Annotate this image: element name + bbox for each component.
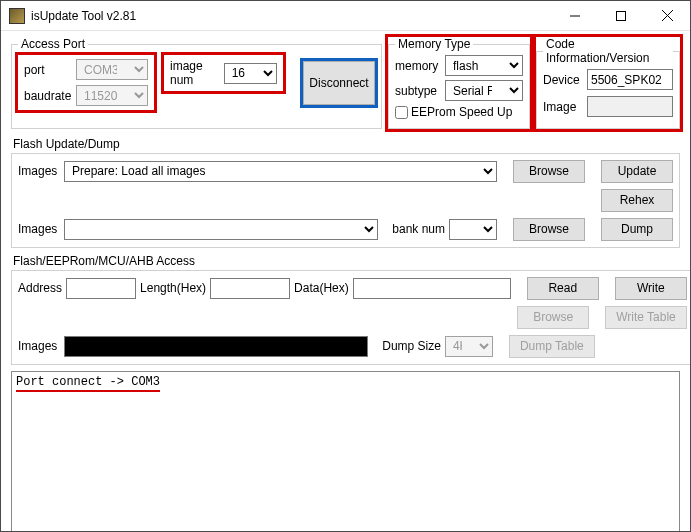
flash-access-group: Address Length(Hex) Data(Hex) Read Write… (11, 270, 691, 365)
images1-select[interactable]: Prepare: Load all images (64, 161, 497, 182)
images3-select[interactable] (64, 336, 368, 357)
length-label: Length(Hex) (140, 281, 206, 295)
disconnect-button[interactable]: Disconnect (303, 61, 375, 105)
browse1-button[interactable]: Browse (513, 160, 585, 183)
eeprom-speedup-checkbox[interactable]: EEProm Speed Up (395, 105, 512, 119)
banknum-select[interactable] (449, 219, 497, 240)
banknum-label: bank num (392, 222, 445, 236)
device-field (587, 69, 673, 90)
images1-label: Images (18, 164, 60, 178)
image-num-label: image num (170, 59, 220, 87)
log-output[interactable]: Port connect -> COM3 (11, 371, 680, 533)
code-info-legend: Code Information/Version (543, 37, 673, 65)
subtype-select[interactable]: Serial Flash (445, 80, 523, 101)
data-label: Data(Hex) (294, 281, 349, 295)
address-label: Address (18, 281, 62, 295)
app-icon (9, 8, 25, 24)
write-button[interactable]: Write (615, 277, 687, 300)
access-port-legend: Access Port (18, 37, 88, 51)
rehex-button[interactable]: Rehex (601, 189, 673, 212)
memory-select[interactable]: flash (445, 55, 523, 76)
titlebar: isUpdate Tool v2.81 (1, 1, 690, 31)
log-line: Port connect -> COM3 (16, 375, 160, 392)
window-title: isUpdate Tool v2.81 (31, 9, 136, 23)
data-input[interactable] (353, 278, 511, 299)
code-info-group: Code Information/Version Device Image (536, 37, 680, 129)
memory-label: memory (395, 59, 441, 73)
write-table-button: Write Table (605, 306, 687, 329)
read-button[interactable]: Read (527, 277, 599, 300)
baudrate-select[interactable]: 115200 (76, 85, 148, 106)
dump-size-select[interactable]: 4K (445, 336, 493, 357)
images2-label: Images (18, 222, 60, 236)
memory-type-legend: Memory Type (395, 37, 473, 51)
image-field (587, 96, 673, 117)
images2-select[interactable] (64, 219, 378, 240)
baudrate-label: baudrate (24, 89, 72, 103)
close-button[interactable] (644, 1, 690, 31)
flash-update-section-label: Flash Update/Dump (13, 137, 680, 151)
dump-button[interactable]: Dump (601, 218, 673, 241)
address-input[interactable] (66, 278, 136, 299)
browse3-button: Browse (517, 306, 589, 329)
svg-rect-1 (617, 11, 626, 20)
device-label: Device (543, 73, 583, 87)
browse2-button[interactable]: Browse (513, 218, 585, 241)
dump-table-button: Dump Table (509, 335, 595, 358)
maximize-button[interactable] (598, 1, 644, 31)
images3-label: Images (18, 339, 60, 353)
dump-size-label: Dump Size (382, 339, 441, 353)
flash-update-group: Images Prepare: Load all images Browse U… (11, 153, 680, 248)
update-button[interactable]: Update (601, 160, 673, 183)
flash-access-section-label: Flash/EEPRom/MCU/AHB Access (13, 254, 680, 268)
port-select[interactable]: COM3 (76, 59, 148, 80)
subtype-label: subtype (395, 84, 441, 98)
memory-type-group: Memory Type memory flash subtype Serial … (388, 37, 530, 129)
port-label: port (24, 63, 72, 77)
length-input[interactable] (210, 278, 290, 299)
eeprom-speedup-label: EEProm Speed Up (411, 105, 512, 119)
image-num-select[interactable]: 16 (224, 63, 277, 84)
access-port-group: Access Port port COM3 baudrate 115200 im… (11, 37, 382, 129)
image-label: Image (543, 100, 583, 114)
minimize-button[interactable] (552, 1, 598, 31)
